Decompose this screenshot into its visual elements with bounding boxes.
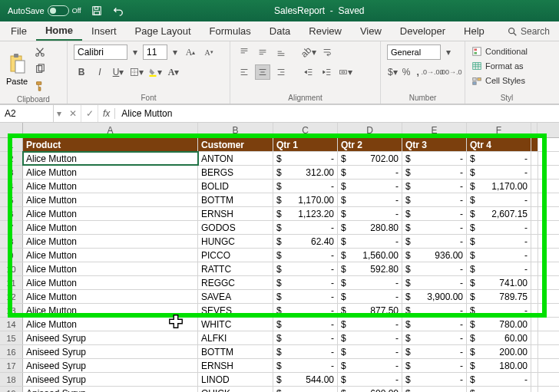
cell[interactable]: $-: [402, 318, 467, 331]
header-cell[interactable]: Qtr 1: [273, 138, 338, 151]
cell-styles-button[interactable]: Cell Styles: [471, 74, 542, 87]
cell[interactable]: $-: [402, 359, 467, 372]
cell[interactable]: $-: [338, 276, 402, 289]
cell[interactable]: $-: [338, 318, 402, 331]
decrease-decimal-icon[interactable]: .00→.0: [443, 64, 458, 80]
column-header[interactable]: A: [23, 123, 198, 137]
cell[interactable]: Alice Mutton: [23, 180, 198, 193]
cell[interactable]: $-: [402, 262, 467, 275]
column-header[interactable]: E: [402, 123, 467, 137]
cell[interactable]: $-: [402, 331, 467, 344]
cell[interactable]: Aniseed Syrup: [23, 373, 198, 386]
select-all-corner[interactable]: [0, 123, 23, 137]
cell[interactable]: $-: [467, 373, 531, 386]
tab-page-layout[interactable]: Page Layout: [126, 22, 200, 40]
underline-button[interactable]: U▾: [111, 64, 126, 80]
cell[interactable]: $280.80: [338, 221, 402, 234]
row-header[interactable]: 14: [0, 318, 23, 331]
enter-formula-icon[interactable]: ✓: [81, 105, 98, 122]
number-format-select[interactable]: General: [387, 44, 441, 60]
row-header[interactable]: 10: [0, 262, 23, 275]
toggle-off-icon[interactable]: [48, 5, 69, 16]
header-cell[interactable]: Qtr 4: [467, 138, 531, 151]
cell[interactable]: Aniseed Syrup: [23, 359, 198, 372]
align-center-icon[interactable]: [255, 64, 270, 80]
tab-file[interactable]: File: [2, 22, 36, 40]
cell[interactable]: LINOD: [198, 373, 273, 386]
cell[interactable]: $780.00: [467, 318, 531, 331]
cell[interactable]: $-: [273, 387, 338, 392]
cell[interactable]: $-: [338, 180, 402, 193]
row-header[interactable]: 15: [0, 331, 23, 344]
percent-format-icon[interactable]: %: [402, 64, 412, 80]
tab-help[interactable]: Help: [455, 22, 494, 40]
cell[interactable]: $-: [402, 193, 467, 206]
align-left-icon[interactable]: [237, 64, 252, 80]
tab-review[interactable]: Review: [299, 22, 351, 40]
cell[interactable]: Aniseed Syrup: [23, 387, 198, 392]
cell[interactable]: $-: [273, 221, 338, 234]
cell[interactable]: $-: [402, 207, 467, 220]
align-bottom-icon[interactable]: [273, 44, 289, 60]
cell[interactable]: SEVES: [198, 304, 273, 317]
cell[interactable]: $-: [273, 359, 338, 372]
bold-button[interactable]: B: [74, 64, 89, 80]
row-header[interactable]: 18: [0, 373, 23, 386]
shrink-font-icon[interactable]: A▾: [201, 44, 217, 60]
cell[interactable]: $-: [338, 235, 402, 248]
row-header[interactable]: 7: [0, 221, 23, 234]
cell[interactable]: Alice Mutton: [23, 152, 198, 165]
tab-view[interactable]: View: [351, 22, 391, 40]
cell[interactable]: $-: [467, 387, 531, 392]
cell[interactable]: $789.75: [467, 290, 531, 303]
chevron-down-icon[interactable]: ▾: [131, 44, 140, 60]
cell[interactable]: ERNSH: [198, 359, 273, 372]
row-header[interactable]: 9: [0, 249, 23, 262]
cell[interactable]: Alice Mutton: [23, 193, 198, 206]
copy-icon[interactable]: [32, 61, 48, 77]
conditional-formatting-button[interactable]: Conditional: [471, 44, 542, 58]
font-color-icon[interactable]: A▾: [166, 64, 181, 80]
cell[interactable]: $-: [273, 345, 338, 358]
cell[interactable]: $2,607.15: [467, 207, 531, 220]
orientation-icon[interactable]: ab▾: [301, 44, 316, 60]
spreadsheet-grid[interactable]: A B C D E F 1ProductCustomerQtr 1Qtr 2Qt…: [0, 123, 559, 392]
column-header[interactable]: C: [273, 123, 338, 137]
cell[interactable]: Alice Mutton: [23, 221, 198, 234]
header-cell[interactable]: Qtr 3: [402, 138, 467, 151]
cell[interactable]: $-: [273, 304, 338, 317]
cell[interactable]: ANTON: [198, 152, 273, 165]
tab-home[interactable]: Home: [36, 21, 82, 41]
cell[interactable]: BERGS: [198, 166, 273, 179]
cell[interactable]: Alice Mutton: [23, 276, 198, 289]
font-name-select[interactable]: Calibri: [74, 44, 127, 60]
cell[interactable]: $741.00: [467, 276, 531, 289]
fx-icon[interactable]: fx: [98, 108, 115, 119]
grow-font-icon[interactable]: A▴: [183, 44, 198, 60]
name-box[interactable]: A2: [0, 105, 54, 122]
paste-button[interactable]: [6, 52, 28, 75]
cell[interactable]: $-: [338, 345, 402, 358]
cell[interactable]: $-: [402, 235, 467, 248]
header-cell[interactable]: Qtr 2: [338, 138, 402, 151]
row-header[interactable]: 3: [0, 166, 23, 179]
row-header[interactable]: 1: [0, 138, 23, 151]
cell[interactable]: $-: [273, 290, 338, 303]
align-middle-icon[interactable]: [255, 44, 270, 60]
undo-icon[interactable]: [111, 3, 126, 18]
cell[interactable]: SAVEA: [198, 290, 273, 303]
cell[interactable]: $60.00: [467, 331, 531, 344]
cell[interactable]: $-: [402, 152, 467, 165]
cell[interactable]: Alice Mutton: [23, 304, 198, 317]
cell[interactable]: $-: [338, 331, 402, 344]
cell[interactable]: HUNGC: [198, 235, 273, 248]
cell[interactable]: RATTC: [198, 262, 273, 275]
row-header[interactable]: 19: [0, 387, 23, 392]
cell[interactable]: PICCO: [198, 249, 273, 262]
column-header[interactable]: B: [198, 123, 273, 137]
save-icon[interactable]: [89, 3, 104, 18]
cell[interactable]: $62.40: [273, 235, 338, 248]
align-right-icon[interactable]: [273, 64, 289, 80]
row-header[interactable]: 12: [0, 290, 23, 303]
cell[interactable]: BOLID: [198, 180, 273, 193]
